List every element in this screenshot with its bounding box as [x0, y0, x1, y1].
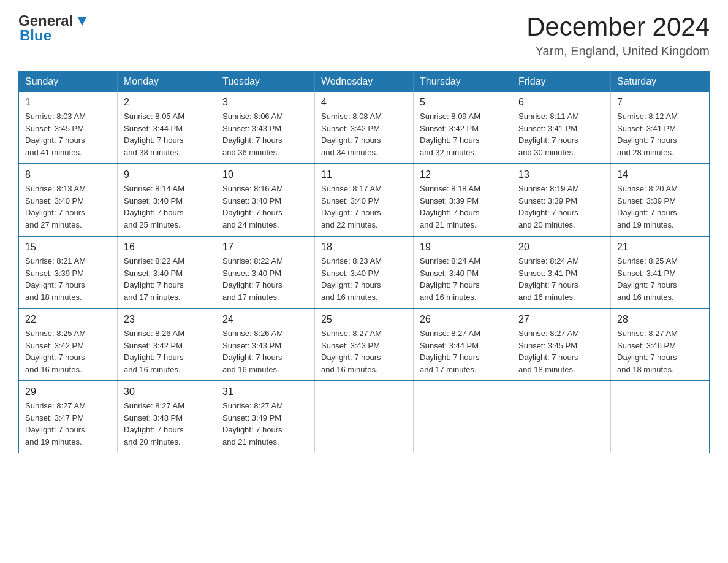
day-number: 24 — [222, 314, 308, 325]
day-number: 31 — [222, 386, 308, 397]
day-info: Sunrise: 8:19 AMSunset: 3:39 PMDaylight:… — [518, 183, 604, 231]
day-info: Sunrise: 8:18 AMSunset: 3:39 PMDaylight:… — [420, 183, 506, 231]
calendar-cell: 2 Sunrise: 8:05 AMSunset: 3:44 PMDayligh… — [118, 92, 216, 164]
calendar-week-row: 29 Sunrise: 8:27 AMSunset: 3:47 PMDaylig… — [19, 381, 710, 453]
col-monday: Monday — [118, 71, 216, 93]
day-info: Sunrise: 8:26 AMSunset: 3:42 PMDaylight:… — [124, 327, 210, 375]
logo-triangle-icon — [75, 15, 89, 28]
day-number: 17 — [222, 242, 308, 253]
logo-blue: Blue — [20, 27, 51, 44]
day-info: Sunrise: 8:17 AMSunset: 3:40 PMDaylight:… — [321, 183, 407, 231]
day-info: Sunrise: 8:24 AMSunset: 3:40 PMDaylight:… — [420, 255, 506, 303]
day-number: 21 — [617, 242, 703, 253]
day-number: 6 — [518, 97, 604, 108]
day-number: 8 — [25, 169, 111, 180]
day-info: Sunrise: 8:08 AMSunset: 3:42 PMDaylight:… — [321, 110, 407, 158]
day-number: 18 — [321, 242, 407, 253]
day-number: 26 — [420, 314, 506, 325]
calendar-week-row: 1 Sunrise: 8:03 AMSunset: 3:45 PMDayligh… — [19, 92, 710, 164]
calendar-cell: 13 Sunrise: 8:19 AMSunset: 3:39 PMDaylig… — [512, 164, 611, 236]
day-info: Sunrise: 8:24 AMSunset: 3:41 PMDaylight:… — [518, 255, 604, 303]
day-number: 22 — [25, 314, 111, 325]
day-info: Sunrise: 8:27 AMSunset: 3:46 PMDaylight:… — [617, 327, 703, 375]
day-number: 27 — [518, 314, 604, 325]
day-info: Sunrise: 8:13 AMSunset: 3:40 PMDaylight:… — [25, 183, 111, 231]
day-info: Sunrise: 8:06 AMSunset: 3:43 PMDaylight:… — [222, 110, 308, 158]
calendar-cell: 27 Sunrise: 8:27 AMSunset: 3:45 PMDaylig… — [512, 308, 611, 381]
calendar-cell: 9 Sunrise: 8:14 AMSunset: 3:40 PMDayligh… — [118, 164, 216, 236]
calendar-cell: 10 Sunrise: 8:16 AMSunset: 3:40 PMDaylig… — [216, 164, 315, 236]
day-number: 10 — [222, 169, 308, 180]
svg-marker-0 — [78, 17, 86, 26]
col-friday: Friday — [512, 71, 611, 93]
calendar-cell: 16 Sunrise: 8:22 AMSunset: 3:40 PMDaylig… — [118, 236, 216, 308]
day-info: Sunrise: 8:05 AMSunset: 3:44 PMDaylight:… — [124, 110, 210, 158]
day-info: Sunrise: 8:12 AMSunset: 3:41 PMDaylight:… — [617, 110, 703, 158]
calendar-cell: 24 Sunrise: 8:26 AMSunset: 3:43 PMDaylig… — [216, 308, 315, 381]
logo-text: General Blue — [18, 12, 89, 44]
calendar-cell — [315, 381, 414, 453]
day-info: Sunrise: 8:27 AMSunset: 3:48 PMDaylight:… — [124, 400, 210, 448]
calendar-cell: 20 Sunrise: 8:24 AMSunset: 3:41 PMDaylig… — [512, 236, 611, 308]
day-number: 3 — [222, 97, 308, 108]
day-info: Sunrise: 8:27 AMSunset: 3:44 PMDaylight:… — [420, 327, 506, 375]
day-info: Sunrise: 8:11 AMSunset: 3:41 PMDaylight:… — [518, 110, 604, 158]
col-sunday: Sunday — [19, 71, 118, 93]
calendar-cell: 18 Sunrise: 8:23 AMSunset: 3:40 PMDaylig… — [315, 236, 414, 308]
day-number: 20 — [518, 242, 604, 253]
calendar-cell: 6 Sunrise: 8:11 AMSunset: 3:41 PMDayligh… — [512, 92, 611, 164]
calendar-cell: 3 Sunrise: 8:06 AMSunset: 3:43 PMDayligh… — [216, 92, 315, 164]
day-number: 14 — [617, 169, 703, 180]
day-info: Sunrise: 8:03 AMSunset: 3:45 PMDaylight:… — [25, 110, 111, 158]
day-info: Sunrise: 8:22 AMSunset: 3:40 PMDaylight:… — [124, 255, 210, 303]
day-number: 29 — [25, 386, 111, 397]
calendar-cell: 12 Sunrise: 8:18 AMSunset: 3:39 PMDaylig… — [414, 164, 512, 236]
calendar-cell: 19 Sunrise: 8:24 AMSunset: 3:40 PMDaylig… — [414, 236, 512, 308]
day-number: 5 — [420, 97, 506, 108]
calendar-cell: 29 Sunrise: 8:27 AMSunset: 3:47 PMDaylig… — [19, 381, 118, 453]
calendar-week-row: 8 Sunrise: 8:13 AMSunset: 3:40 PMDayligh… — [19, 164, 710, 236]
calendar-cell — [414, 381, 512, 453]
day-number: 7 — [617, 97, 703, 108]
day-info: Sunrise: 8:27 AMSunset: 3:49 PMDaylight:… — [222, 400, 308, 448]
day-info: Sunrise: 8:20 AMSunset: 3:39 PMDaylight:… — [617, 183, 703, 231]
calendar-cell: 26 Sunrise: 8:27 AMSunset: 3:44 PMDaylig… — [414, 308, 512, 381]
col-thursday: Thursday — [414, 71, 512, 93]
calendar-cell: 4 Sunrise: 8:08 AMSunset: 3:42 PMDayligh… — [315, 92, 414, 164]
calendar-header-row: Sunday Monday Tuesday Wednesday Thursday… — [19, 71, 710, 93]
day-info: Sunrise: 8:22 AMSunset: 3:40 PMDaylight:… — [222, 255, 308, 303]
calendar-cell: 31 Sunrise: 8:27 AMSunset: 3:49 PMDaylig… — [216, 381, 315, 453]
day-number: 2 — [124, 97, 210, 108]
day-number: 28 — [617, 314, 703, 325]
title-section: December 2024 Yarm, England, United King… — [526, 12, 710, 58]
calendar-week-row: 15 Sunrise: 8:21 AMSunset: 3:39 PMDaylig… — [19, 236, 710, 308]
day-number: 1 — [25, 97, 111, 108]
calendar-cell: 21 Sunrise: 8:25 AMSunset: 3:41 PMDaylig… — [611, 236, 710, 308]
calendar-subtitle: Yarm, England, United Kingdom — [526, 44, 710, 58]
col-wednesday: Wednesday — [315, 71, 414, 93]
page-header: General Blue December 2024 Yarm, England… — [18, 12, 710, 58]
calendar-cell: 15 Sunrise: 8:21 AMSunset: 3:39 PMDaylig… — [19, 236, 118, 308]
calendar-cell: 8 Sunrise: 8:13 AMSunset: 3:40 PMDayligh… — [19, 164, 118, 236]
day-info: Sunrise: 8:09 AMSunset: 3:42 PMDaylight:… — [420, 110, 506, 158]
day-info: Sunrise: 8:26 AMSunset: 3:43 PMDaylight:… — [222, 327, 308, 375]
calendar-cell: 5 Sunrise: 8:09 AMSunset: 3:42 PMDayligh… — [414, 92, 512, 164]
day-number: 25 — [321, 314, 407, 325]
calendar-cell: 22 Sunrise: 8:25 AMSunset: 3:42 PMDaylig… — [19, 308, 118, 381]
calendar-cell: 14 Sunrise: 8:20 AMSunset: 3:39 PMDaylig… — [611, 164, 710, 236]
calendar-cell — [512, 381, 611, 453]
col-saturday: Saturday — [611, 71, 710, 93]
calendar-cell: 30 Sunrise: 8:27 AMSunset: 3:48 PMDaylig… — [118, 381, 216, 453]
day-info: Sunrise: 8:21 AMSunset: 3:39 PMDaylight:… — [25, 255, 111, 303]
day-number: 9 — [124, 169, 210, 180]
calendar-cell — [611, 381, 710, 453]
day-info: Sunrise: 8:25 AMSunset: 3:42 PMDaylight:… — [25, 327, 111, 375]
calendar-table: Sunday Monday Tuesday Wednesday Thursday… — [18, 71, 710, 453]
day-number: 30 — [124, 386, 210, 397]
calendar-cell: 17 Sunrise: 8:22 AMSunset: 3:40 PMDaylig… — [216, 236, 315, 308]
day-info: Sunrise: 8:25 AMSunset: 3:41 PMDaylight:… — [617, 255, 703, 303]
day-number: 4 — [321, 97, 407, 108]
calendar-cell: 25 Sunrise: 8:27 AMSunset: 3:43 PMDaylig… — [315, 308, 414, 381]
calendar-week-row: 22 Sunrise: 8:25 AMSunset: 3:42 PMDaylig… — [19, 308, 710, 381]
day-info: Sunrise: 8:14 AMSunset: 3:40 PMDaylight:… — [124, 183, 210, 231]
